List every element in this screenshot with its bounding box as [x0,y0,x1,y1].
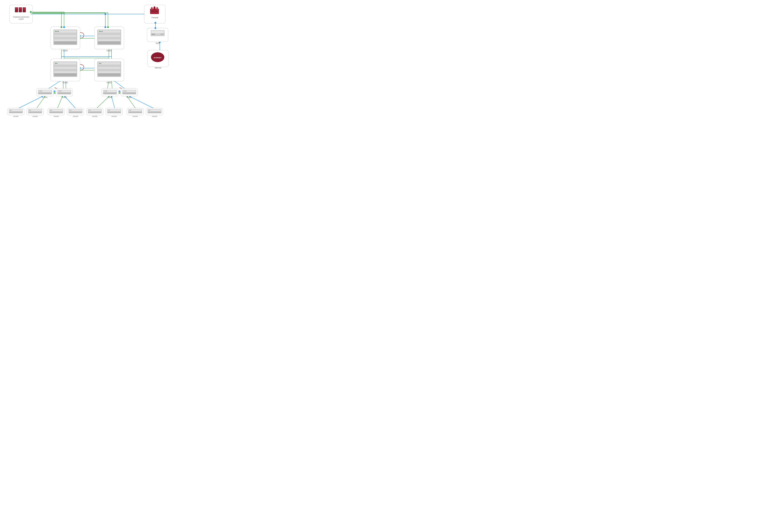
svg-rect-241 [129,112,142,113]
svg-point-261 [155,27,156,29]
svg-rect-229 [88,112,101,113]
svg-point-192 [104,91,105,91]
ag10g-ll2-label: AG10G [33,115,38,117]
svg-point-224 [70,110,70,110]
svg-rect-95 [15,8,18,9]
svg-rect-104 [23,9,25,10]
svg-rect-176 [39,90,51,92]
svg-rect-150 [98,42,120,44]
svg-point-61 [54,91,55,92]
ag10g-rl2-label: AG10G [111,115,117,117]
glr-label: GLR [156,42,160,44]
svg-rect-145 [98,30,120,33]
svg-point-193 [105,91,106,91]
ag10g-ll1-label: AG10G [13,115,18,117]
svg-point-251 [63,26,65,28]
ag10g-right2-label: AG10G [127,97,132,98]
svg-rect-147 [98,35,120,37]
glbc2-label: GLBC [106,49,112,52]
svg-rect-149 [98,39,120,41]
svg-point-140 [55,31,56,32]
svg-rect-170 [98,71,120,73]
svg-point-219 [51,110,52,110]
svg-point-141 [56,31,57,32]
svg-point-101 [21,11,21,12]
svg-rect-125 [152,34,153,35]
svg-rect-138 [54,39,76,41]
svg-rect-223 [69,112,82,113]
svg-rect-160 [54,71,76,73]
svg-rect-184 [58,93,71,94]
svg-rect-124 [161,33,164,35]
svg-point-206 [10,110,11,110]
svg-point-179 [40,91,41,91]
svg-point-187 [61,91,61,91]
firewall-label: Firewall [152,16,158,18]
svg-point-200 [125,91,125,91]
ag10g-right1-label: AG10G [107,97,112,98]
svg-point-185 [59,91,59,91]
svg-point-218 [50,110,51,110]
svg-point-186 [60,91,60,91]
svg-point-153 [102,31,103,32]
svg-point-213 [30,110,31,110]
svg-rect-235 [107,112,121,113]
svg-rect-169 [98,69,120,71]
ag10g-lr2-label: AG10G [73,115,78,117]
svg-point-180 [42,91,42,91]
svg-rect-205 [9,112,22,113]
svg-rect-197 [123,90,136,92]
svg-point-199 [124,91,124,91]
svg-point-105 [25,11,25,12]
svg-rect-190 [104,90,116,92]
glbc1-label: GLBC [63,49,68,52]
svg-point-248 [148,110,149,110]
svg-point-163 [56,63,57,64]
svg-rect-177 [39,93,51,94]
svg-point-237 [109,110,110,110]
svg-rect-159 [54,69,76,71]
svg-rect-135 [54,33,76,35]
svg-point-58 [54,92,55,94]
svg-text:INTERNET: INTERNET [154,57,162,59]
ag10g-lr1-label: AG10G [53,115,59,117]
svg-rect-148 [98,37,120,39]
svg-rect-156 [54,62,76,65]
svg-point-178 [39,91,40,91]
svg-rect-146 [98,33,120,35]
svg-point-201 [126,91,126,91]
svg-point-262 [155,22,156,24]
svg-rect-171 [98,74,120,76]
glbc3-label: GLBC [63,81,68,83]
svg-rect-167 [98,65,120,67]
svg-point-249 [150,110,150,110]
svg-point-173 [100,63,101,64]
svg-text:Сервера различных: Сервера различных [13,16,29,18]
svg-rect-139 [54,42,76,44]
svg-rect-157 [54,65,76,67]
svg-rect-123 [151,31,164,33]
svg-rect-168 [98,67,120,69]
svg-rect-103 [23,8,25,9]
svg-point-212 [29,110,30,110]
svg-point-64 [119,92,120,94]
svg-rect-191 [104,93,116,94]
svg-point-194 [106,91,107,91]
svg-point-162 [55,63,56,64]
svg-point-152 [100,31,101,32]
ag10g-rr1-label: AG10G [133,115,138,117]
svg-rect-126 [153,34,155,35]
svg-point-142 [58,31,59,32]
svg-rect-100 [19,9,21,10]
ag10g-left1-label: AG10G [42,97,47,98]
svg-point-151 [99,31,100,32]
svg-rect-136 [54,35,76,37]
svg-point-118 [151,7,153,10]
glbc4-label: GLBC [106,81,112,83]
svg-rect-96 [15,9,18,10]
ag10g-left2-label: AG10G [62,97,67,98]
ag10g-rl1-label: AG10G [92,115,98,117]
svg-rect-161 [54,74,76,76]
svg-point-119 [153,6,156,10]
svg-rect-183 [58,90,71,92]
